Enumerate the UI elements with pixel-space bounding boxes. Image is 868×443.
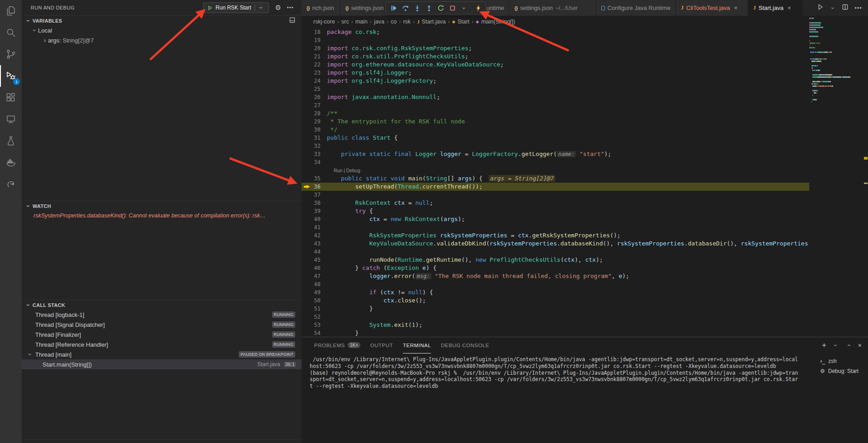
docker-icon[interactable]	[0, 152, 22, 174]
split-editor-icon[interactable]	[842, 4, 849, 12]
line-number[interactable]: 40	[302, 215, 327, 223]
line-number[interactable]: 31	[302, 134, 327, 142]
code-line[interactable]: 20import co.rsk.config.RskSystemProperti…	[302, 44, 809, 52]
line-number[interactable]: 23	[302, 69, 327, 77]
tab-start-java[interactable]: JStart.java×	[748, 0, 802, 16]
close-icon[interactable]: ×	[734, 5, 738, 11]
codelens-run-debug[interactable]: Run | Debug	[334, 168, 360, 173]
code-line[interactable]: 36 setUpThread(Thread.currentThread());	[302, 183, 809, 191]
code-line[interactable]: 29 * The entrypoint for the RSK full nod…	[302, 118, 809, 126]
line-number[interactable]: 22	[302, 61, 327, 69]
run-dropdown-icon[interactable]: ›	[830, 5, 835, 11]
minimap[interactable]	[809, 17, 863, 126]
maximize-panel-icon[interactable]: ›	[845, 342, 852, 349]
code-line[interactable]: 47 logger.error(msg: "The RSK node main …	[302, 272, 809, 280]
line-number[interactable]: 47	[302, 272, 327, 280]
editor-more-actions-icon[interactable]: ⋯	[854, 4, 862, 12]
explorer-icon[interactable]	[0, 0, 22, 22]
collapse-all-icon[interactable]	[289, 17, 295, 24]
code-line[interactable]: 35 public static void main(String[] args…	[302, 174, 809, 183]
debug-more-icon[interactable]: ›	[459, 3, 469, 13]
breadcrumb-file[interactable]: Start.java	[422, 19, 446, 25]
thread-row[interactable]: Thread [Finalizer]RUNNING	[22, 330, 302, 339]
breadcrumb-item[interactable]: src	[341, 19, 349, 25]
code-line[interactable]: 19	[302, 36, 809, 44]
thread-row[interactable]: Thread [Reference Handler]RUNNING	[22, 339, 302, 349]
line-number[interactable]: 26	[302, 93, 327, 101]
line-number[interactable]: 53	[302, 321, 327, 329]
launch-config-picker[interactable]: Run RSK Start ›	[203, 2, 269, 13]
code-line[interactable]: 23import org.slf4j.Logger;	[302, 69, 809, 77]
close-icon[interactable]: ×	[788, 5, 791, 11]
code-line[interactable]: 21import co.rsk.util.PreflightChecksUtil…	[302, 52, 809, 61]
gear-icon[interactable]: ⚙	[275, 4, 281, 12]
breadcrumb-item[interactable]: java	[374, 19, 384, 25]
stack-frame-row[interactable]: Start.main(String[])Start.java36:1	[22, 359, 302, 369]
panel-tab-output[interactable]: OUTPUT	[370, 337, 393, 353]
watch-expression[interactable]: rskSystemProperties.databaseKind(): Cann…	[22, 211, 302, 221]
restart-button[interactable]	[435, 3, 446, 13]
code-editor[interactable]: 18package co.rsk;1920import co.rsk.confi…	[302, 27, 809, 337]
line-number[interactable]: 27	[302, 101, 327, 109]
variables-header[interactable]: › VARIABLES	[22, 15, 302, 25]
line-number[interactable]: 28	[302, 109, 327, 118]
code-line[interactable]: 48	[302, 280, 809, 288]
gradle-icon[interactable]	[0, 174, 22, 195]
code-line[interactable]: 54 }	[302, 329, 809, 337]
code-line[interactable]: 41	[302, 223, 809, 231]
breadcrumb-item[interactable]: rsk	[403, 19, 411, 25]
code-line[interactable]: 53 System.exit(1);	[302, 321, 809, 329]
code-line[interactable]: 25	[302, 85, 809, 93]
code-line[interactable]: 44	[302, 248, 809, 256]
extensions-icon[interactable]	[0, 87, 22, 108]
terminal-session-zsh[interactable]: ›_zsh	[816, 356, 868, 366]
stop-button[interactable]	[447, 3, 458, 13]
code-line[interactable]: 24import org.slf4j.LoggerFactory;	[302, 77, 809, 85]
code-line[interactable]: 31public class Start {	[302, 134, 809, 142]
line-number[interactable]: 21	[302, 52, 327, 61]
line-number[interactable]: 37	[302, 191, 327, 199]
variable-args[interactable]: › args: String[2]@7	[22, 35, 302, 45]
breakpoints-header[interactable]: › BREAKPOINTS	[22, 439, 302, 443]
tab-configure-java-runtime[interactable]: Configure Java Runtime	[596, 0, 676, 16]
close-panel-icon[interactable]: ×	[858, 342, 862, 349]
code-line[interactable]: 49 if (ctx != null) {	[302, 288, 809, 297]
step-out-button[interactable]	[424, 3, 434, 13]
thread-row[interactable]: Thread [logback-1]RUNNING	[22, 310, 302, 320]
source-control-icon[interactable]	[0, 43, 22, 65]
code-line[interactable]: 39 try {	[302, 207, 809, 215]
code-line[interactable]: 18package co.rsk;	[302, 28, 809, 36]
run-and-debug-icon[interactable]: 1	[0, 65, 22, 87]
new-terminal-icon[interactable]: +	[822, 341, 826, 350]
code-line[interactable]: 40 ctx = new RskContext(args);	[302, 215, 809, 223]
panel-tab-terminal[interactable]: TERMINAL	[403, 337, 431, 353]
line-number[interactable]: 41	[302, 223, 327, 231]
line-number[interactable]: 38	[302, 199, 327, 207]
code-line[interactable]: 33 private static final Logger logger = …	[302, 150, 809, 158]
code-line[interactable]: 46 } catch (Exception e) {	[302, 264, 809, 272]
code-line[interactable]: 32	[302, 142, 809, 150]
code-line[interactable]: 34	[302, 158, 809, 166]
line-number[interactable]: 54	[302, 329, 327, 337]
line-number[interactable]: 20	[302, 44, 327, 52]
call-stack-header[interactable]: › CALL STACK	[22, 300, 302, 310]
panel-tab-problems[interactable]: PROBLEMS1K+	[314, 337, 360, 353]
code-line[interactable]: 45 runNode(Runtime.getRuntime(), new Pre…	[302, 256, 809, 264]
remote-explorer-icon[interactable]	[0, 108, 22, 130]
line-number[interactable]: 30	[302, 126, 327, 134]
code-line[interactable]: 30 */	[302, 126, 809, 134]
code-line[interactable]: 51 }	[302, 305, 809, 313]
line-number[interactable]: 29	[302, 118, 327, 126]
breadcrumb-symbol[interactable]: main(String[])	[481, 19, 515, 25]
more-actions-icon[interactable]: ⋯	[287, 4, 293, 12]
step-into-button[interactable]	[412, 3, 422, 13]
code-line[interactable]: 52	[302, 313, 809, 321]
panel-tab-debug-console[interactable]: DEBUG CONSOLE	[441, 337, 489, 353]
line-number[interactable]: 52	[302, 313, 327, 321]
code-line[interactable]: 50 ctx.close();	[302, 297, 809, 305]
line-number[interactable]: 34	[302, 158, 327, 166]
breadcrumb-item[interactable]: main	[355, 19, 368, 25]
code-line[interactable]: 28/**	[302, 109, 809, 118]
code-line[interactable]: 27	[302, 101, 809, 109]
testing-icon[interactable]	[0, 130, 22, 152]
